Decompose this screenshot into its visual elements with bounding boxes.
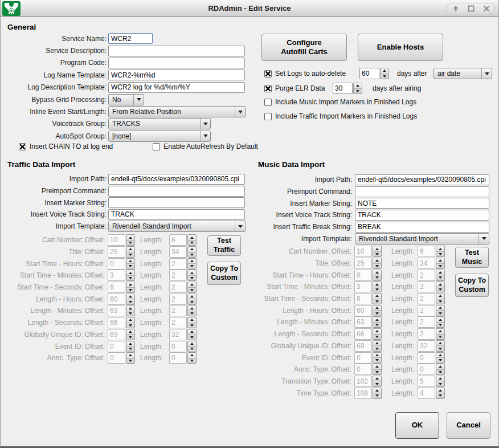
spinner-buttons [373, 388, 382, 399]
spin-down-icon [373, 346, 381, 351]
traffic-import-path-input[interactable] [108, 174, 245, 185]
spinner-buttons [126, 270, 135, 281]
length-label: Length: [382, 259, 414, 267]
auto-delete-checkbox[interactable] [264, 70, 272, 78]
traffic-copy-to-custom-button[interactable]: Copy To Custom [207, 262, 241, 285]
music-import-template-select[interactable]: Rivendell Standard Import [355, 233, 489, 245]
spinner-buttons [126, 341, 135, 352]
auto-delete-unit-select[interactable]: air date [433, 68, 492, 79]
bypass-grid-select[interactable]: No [108, 94, 144, 105]
checkbox-label: Insert CHAIN TO at log end [30, 142, 113, 150]
length-spinner: 0 [418, 352, 445, 364]
spinner-buttons [187, 246, 197, 258]
cancel-button[interactable]: Cancel [447, 412, 490, 439]
test-music-button[interactable]: Test Music [455, 247, 489, 268]
spin-up-icon[interactable] [354, 83, 362, 89]
length-spinner: 2 [169, 294, 197, 305]
field-label: Import Template: [258, 235, 352, 243]
music-copy-to-custom-button[interactable]: Copy To Custom [455, 274, 489, 297]
spinner-buttons [436, 316, 445, 328]
spin-down-icon [126, 288, 134, 293]
length-spinner: 34 [169, 246, 197, 258]
parser-row: Start Time - Hours:Offset:0Length:2 [6, 258, 211, 270]
length-spinner: 2 [169, 258, 197, 270]
spin-down-icon [188, 311, 196, 316]
field-label: Bypass Grid Processing: [6, 96, 107, 104]
parser-row: Start Time - Seconds:Offset:6Length:2 [258, 293, 452, 305]
program-code-input[interactable] [108, 58, 245, 68]
configure-autofill-carts-button[interactable]: Configure Autofill Carts [261, 34, 347, 61]
offset-label: Offset: [330, 259, 351, 267]
close-button[interactable] [482, 5, 490, 13]
autorefresh-checkbox[interactable] [153, 143, 160, 150]
spin-up-icon [436, 306, 444, 311]
spinner-buttons [187, 329, 197, 340]
shade-button[interactable] [452, 5, 459, 13]
parser-row-label: Length - Seconds: [6, 319, 83, 327]
traffic-marker-string-input[interactable] [108, 197, 245, 208]
insert-chain-checkbox[interactable] [19, 143, 26, 150]
music-preimport-command-input[interactable] [355, 186, 489, 197]
spin-up-icon[interactable] [381, 68, 388, 74]
spinner-buttons [126, 329, 135, 340]
log-name-template-input[interactable] [108, 70, 245, 80]
spinner-buttons[interactable] [380, 68, 389, 79]
service-description-input[interactable] [108, 46, 245, 56]
offset-label: Offset: [83, 295, 105, 303]
music-import-path-input[interactable] [355, 174, 489, 185]
field-label: Import Template: [6, 222, 107, 230]
maximize-button[interactable] [467, 5, 475, 13]
spin-down-icon [126, 241, 134, 246]
traffic-voice-track-string-input[interactable] [108, 209, 245, 220]
traffic-import-template-select[interactable]: Rivendell Standard Import [108, 221, 246, 232]
spin-down-icon [436, 287, 444, 292]
spinner-buttons [373, 376, 382, 387]
parser-row: Title:Offset:25Length:34 [258, 258, 452, 270]
autospot-group-select[interactable]: [none] [108, 131, 211, 142]
spin-up-icon [188, 294, 196, 300]
auto-delete-days-spinner[interactable] [359, 68, 389, 79]
options-panel: Configure Autofill Carts Enable Hosts Se… [260, 33, 494, 127]
inline-event-select[interactable]: From Relative Position [108, 106, 246, 117]
music-marker-string-input[interactable] [355, 198, 489, 209]
spinner-buttons[interactable] [353, 83, 362, 94]
spinner-buttons [373, 316, 382, 328]
log-description-template-input[interactable] [108, 82, 245, 93]
spin-up-icon [373, 376, 381, 382]
offset-label: Offset: [330, 247, 351, 255]
traffic-preimport-command-input[interactable] [108, 186, 245, 197]
offset-spinner: 108 [354, 388, 382, 399]
offset-spinner: 60 [108, 294, 135, 305]
length-label: Length: [382, 247, 414, 255]
service-name-input[interactable] [108, 33, 153, 44]
purge-elr-days-spinner[interactable] [333, 83, 362, 94]
checkbox-label: Purge ELR Data [275, 84, 325, 92]
field-label: Insert Marker String: [258, 199, 352, 207]
parser-row-label: Title: [258, 259, 330, 267]
spin-down-icon [436, 393, 444, 398]
parser-row: Cart Number:Offset:10Length:6 [6, 234, 211, 246]
spin-down-icon [436, 264, 444, 269]
parser-row: Annc. Type:Offset:0Length:0 [6, 352, 211, 364]
voicetrack-group-select[interactable]: TRACKS [108, 118, 211, 129]
offset-spinner: 102 [354, 376, 382, 387]
test-traffic-button[interactable]: Test Traffic [207, 235, 241, 256]
spin-down-icon [436, 311, 444, 316]
purge-elr-checkbox[interactable] [264, 85, 272, 92]
music-voice-track-string-input[interactable] [355, 210, 489, 221]
enable-hosts-button[interactable]: Enable Hosts [358, 34, 443, 61]
spin-up-icon [126, 317, 134, 323]
spinner-buttons [187, 270, 197, 281]
spin-up-icon [373, 341, 381, 347]
length-label: Length: [382, 342, 414, 350]
checkbox-label: Include Music Import Markers in Finished… [275, 98, 416, 106]
spin-down-icon[interactable] [354, 89, 362, 94]
traffic-markers-checkbox[interactable] [264, 113, 272, 120]
days-after-label: days after [397, 70, 427, 78]
music-traffic-break-string-input[interactable] [355, 222, 489, 233]
music-markers-checkbox[interactable] [264, 99, 272, 106]
ok-button[interactable]: OK [395, 412, 439, 439]
checkbox-label: Enable AutoRefresh By Default [163, 142, 257, 150]
parser-row-label: Length - Seconds: [258, 330, 330, 338]
spin-down-icon[interactable] [381, 74, 388, 79]
